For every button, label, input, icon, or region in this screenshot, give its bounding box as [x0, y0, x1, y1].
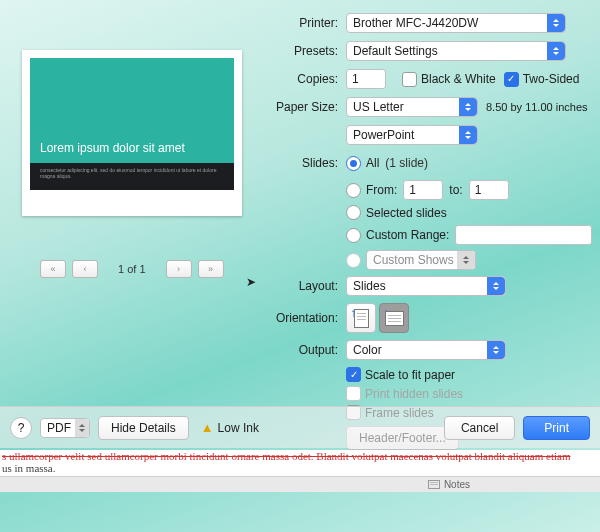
slide-subtitle: consectetur adipiscing elit, sed do eius… [30, 163, 234, 190]
chevron-updown-icon [547, 14, 565, 32]
chevron-updown-icon [487, 341, 505, 359]
paper-size-value: US Letter [353, 100, 404, 114]
print-preview: Lorem ipsum dolor sit amet consectetur a… [22, 50, 242, 216]
layout-value: Slides [353, 279, 386, 293]
output-label: Output: [270, 343, 338, 357]
paper-size-select[interactable]: US Letter [346, 97, 478, 117]
print-hidden-label: Print hidden slides [365, 387, 463, 401]
slides-selected-radio[interactable] [346, 205, 361, 220]
two-sided-checkbox[interactable] [504, 72, 519, 87]
printer-select[interactable]: Brother MFC-J4420DW [346, 13, 566, 33]
slides-from-input[interactable]: 1 [403, 180, 443, 200]
black-white-checkbox[interactable] [402, 72, 417, 87]
cancel-button[interactable]: Cancel [444, 416, 515, 440]
slides-selected-label: Selected slides [366, 206, 447, 220]
warning-icon: ▲ [201, 420, 214, 435]
chevron-updown-icon [457, 251, 475, 269]
background-document: s ullamcorper velit sed ullamcorper morb… [0, 450, 600, 476]
output-select[interactable]: Color [346, 340, 506, 360]
scale-to-fit-checkbox[interactable] [346, 367, 361, 382]
slides-all-label: All [366, 156, 379, 170]
chevron-updown-icon [487, 277, 505, 295]
paper-size-label: Paper Size: [270, 100, 338, 114]
status-bar: Notes [0, 476, 600, 492]
slides-to-input[interactable]: 1 [469, 180, 509, 200]
layout-select[interactable]: Slides [346, 276, 506, 296]
slides-all-count: (1 slide) [385, 156, 428, 170]
layout-label: Layout: [270, 279, 338, 293]
printer-label: Printer: [270, 16, 338, 30]
slides-to-label: to: [449, 183, 462, 197]
presets-label: Presets: [270, 44, 338, 58]
orientation-label: Orientation: [270, 311, 338, 325]
custom-shows-label: Custom Shows [373, 253, 454, 267]
last-page-button[interactable]: » [198, 260, 224, 278]
slide-title: Lorem ipsum dolor sit amet [40, 141, 185, 155]
slides-custom-shows-radio [346, 253, 361, 268]
scale-to-fit-label: Scale to fit paper [365, 368, 455, 382]
notes-label[interactable]: Notes [444, 479, 470, 490]
page-indicator: 1 of 1 [118, 263, 146, 275]
chevron-updown-icon [547, 42, 565, 60]
pdf-menu[interactable]: PDF [40, 418, 90, 438]
printer-value: Brother MFC-J4420DW [353, 16, 478, 30]
print-button[interactable]: Print [523, 416, 590, 440]
help-button[interactable]: ? [10, 417, 32, 439]
chevron-down-icon [75, 419, 89, 437]
copies-label: Copies: [270, 72, 338, 86]
chevron-updown-icon [459, 126, 477, 144]
slides-all-radio[interactable] [346, 156, 361, 171]
preview-pagination: « ‹ 1 of 1 › » [40, 260, 224, 278]
orientation-portrait-button[interactable]: ↑ [346, 303, 376, 333]
app-section-select[interactable]: PowerPoint [346, 125, 478, 145]
custom-range-input[interactable] [455, 225, 592, 245]
slides-from-label: From: [366, 183, 397, 197]
next-page-button[interactable]: › [166, 260, 192, 278]
app-section-value: PowerPoint [353, 128, 414, 142]
chevron-updown-icon [459, 98, 477, 116]
slides-from-radio[interactable] [346, 183, 361, 198]
copies-input[interactable]: 1 [346, 69, 386, 89]
slides-custom-range-label: Custom Range: [366, 228, 449, 242]
output-value: Color [353, 343, 382, 357]
presets-value: Default Settings [353, 44, 438, 58]
hide-details-button[interactable]: Hide Details [98, 416, 189, 440]
print-hidden-checkbox [346, 386, 361, 401]
page-icon [385, 311, 404, 326]
black-white-label: Black & White [421, 72, 496, 86]
custom-shows-select: Custom Shows [366, 250, 476, 270]
page-icon [354, 309, 369, 328]
low-ink-label: Low Ink [218, 421, 259, 435]
slides-custom-range-radio[interactable] [346, 228, 361, 243]
dialog-footer: ? PDF Hide Details ▲ Low Ink Cancel Prin… [0, 406, 600, 448]
first-page-button[interactable]: « [40, 260, 66, 278]
cursor-icon: ➤ [246, 275, 256, 289]
slide-thumbnail: Lorem ipsum dolor sit amet consectetur a… [30, 58, 234, 208]
presets-select[interactable]: Default Settings [346, 41, 566, 61]
orientation-landscape-button[interactable]: ↑ [379, 303, 409, 333]
prev-page-button[interactable]: ‹ [72, 260, 98, 278]
paper-dimensions: 8.50 by 11.00 inches [486, 101, 588, 113]
slides-label: Slides: [270, 156, 338, 170]
notes-icon [428, 480, 440, 489]
two-sided-label: Two-Sided [523, 72, 580, 86]
